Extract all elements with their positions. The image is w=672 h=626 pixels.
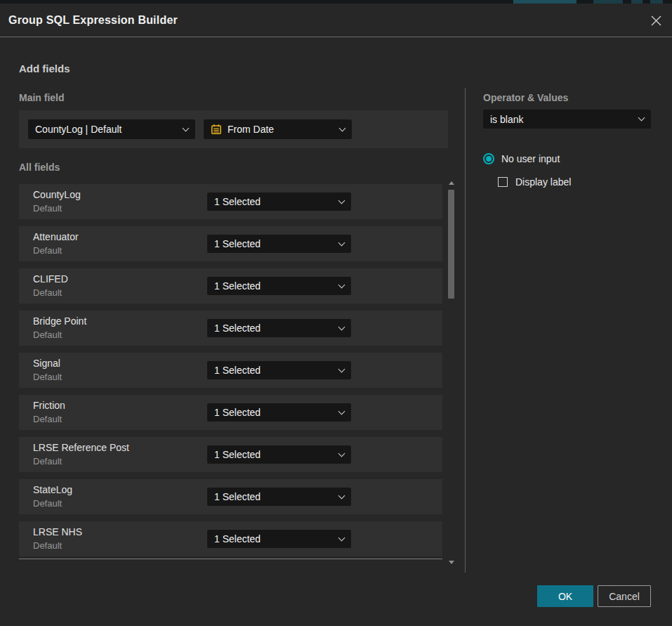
chevron-down-icon — [339, 124, 346, 131]
field-selection-value: 1 Selected — [214, 196, 334, 207]
field-name: StateLog — [33, 484, 72, 495]
field-name: LRSE NHS — [33, 526, 82, 537]
field-selection-dropdown[interactable]: 1 Selected — [207, 361, 351, 379]
field-selection-dropdown[interactable]: 1 Selected — [207, 319, 351, 337]
list-bottom-divider — [19, 559, 442, 559]
field-row: Signal Default 1 Selected — [19, 353, 442, 388]
radio-selected-icon — [483, 153, 494, 164]
field-row: CLIFED Default 1 Selected — [19, 268, 442, 304]
chevron-down-icon — [338, 534, 345, 541]
no-user-input-label: No user input — [501, 153, 560, 164]
close-button[interactable] — [648, 13, 664, 28]
chevron-down-icon — [183, 124, 190, 131]
field-row: Bridge Point Default 1 Selected — [19, 311, 442, 346]
ok-button[interactable]: OK — [537, 585, 593, 607]
field-selection-dropdown[interactable]: 1 Selected — [207, 193, 351, 211]
main-field-layer-dropdown[interactable]: CountyLog | Default — [28, 119, 195, 139]
checkbox-unchecked-icon — [498, 177, 508, 187]
display-label-label: Display label — [515, 176, 571, 188]
scrollbar-down-arrow-icon[interactable] — [449, 561, 454, 564]
chevron-down-icon — [638, 115, 645, 122]
field-subtitle: Default — [33, 287, 62, 298]
field-name: Friction — [33, 400, 65, 411]
field-selection-dropdown[interactable]: 1 Selected — [207, 403, 351, 422]
field-subtitle: Default — [33, 498, 62, 509]
field-name: Signal — [33, 358, 60, 369]
field-row: Attenuator Default 1 Selected — [19, 226, 442, 261]
field-selection-value: 1 Selected — [214, 365, 334, 376]
field-row: StateLog Default 1 Selected — [19, 479, 442, 514]
add-fields-heading: Add fields — [19, 63, 70, 74]
chevron-down-icon — [338, 407, 345, 415]
scrollbar-up-arrow-icon[interactable] — [449, 181, 454, 185]
main-field-panel: CountyLog | Default From Date — [19, 110, 448, 148]
field-subtitle: Default — [33, 414, 62, 424]
field-selection-value: 1 Selected — [214, 491, 334, 502]
field-selection-dropdown[interactable]: 1 Selected — [207, 488, 351, 506]
field-selection-value: 1 Selected — [214, 533, 334, 545]
main-field-label: Main field — [19, 92, 65, 103]
field-name: Bridge Point — [33, 315, 86, 327]
group-sql-expression-builder-dialog: Group SQL Expression Builder Add fields … — [0, 4, 672, 626]
chevron-down-icon — [338, 450, 345, 457]
field-subtitle: Default — [33, 203, 62, 214]
main-field-field-dropdown[interactable]: From Date — [204, 119, 352, 139]
cancel-button[interactable]: Cancel — [598, 585, 651, 607]
field-selection-dropdown[interactable]: 1 Selected — [207, 530, 351, 548]
scrollbar-thumb[interactable] — [448, 190, 454, 299]
field-selection-dropdown[interactable]: 1 Selected — [207, 235, 351, 253]
chevron-down-icon — [338, 281, 345, 288]
field-row: LRSE Reference Post Default 1 Selected — [19, 437, 442, 472]
field-selection-dropdown[interactable]: 1 Selected — [207, 445, 351, 464]
all-fields-list: CountyLog Default 1 Selected Attenuator … — [19, 184, 442, 563]
field-selection-value: 1 Selected — [214, 280, 334, 292]
display-label-checkbox[interactable]: Display label — [498, 176, 571, 188]
chevron-down-icon — [338, 492, 345, 499]
field-name: Attenuator — [33, 231, 79, 242]
close-icon — [650, 15, 662, 27]
field-subtitle: Default — [33, 245, 62, 256]
all-fields-label: All fields — [19, 162, 60, 173]
field-row: Friction Default 1 Selected — [19, 395, 442, 430]
fields-list-scrollbar[interactable] — [447, 181, 456, 564]
chevron-down-icon — [338, 239, 345, 246]
field-selection-value: 1 Selected — [214, 238, 334, 249]
field-subtitle: Default — [33, 330, 62, 340]
field-selection-value: 1 Selected — [214, 322, 334, 334]
field-subtitle: Default — [33, 372, 62, 382]
dialog-title-bar: Group SQL Expression Builder — [0, 4, 672, 37]
operator-values-label: Operator & Values — [483, 92, 568, 103]
main-field-field-dropdown-value: From Date — [228, 124, 334, 135]
chevron-down-icon — [338, 323, 345, 330]
column-divider — [465, 88, 466, 573]
chevron-down-icon — [338, 365, 345, 372]
field-selection-dropdown[interactable]: 1 Selected — [207, 277, 351, 295]
field-name: CLIFED — [33, 273, 68, 285]
field-subtitle: Default — [33, 540, 62, 551]
field-selection-value: 1 Selected — [214, 407, 334, 418]
dialog-title: Group SQL Expression Builder — [8, 14, 178, 27]
main-field-layer-dropdown-value: CountyLog | Default — [35, 124, 178, 135]
field-selection-value: 1 Selected — [214, 449, 334, 460]
chevron-down-icon — [338, 197, 345, 204]
calendar-date-icon — [211, 124, 222, 135]
field-name: CountyLog — [33, 189, 81, 200]
field-subtitle: Default — [33, 456, 62, 467]
field-row: CountyLog Default 1 Selected — [19, 184, 442, 219]
no-user-input-radio[interactable]: No user input — [483, 153, 560, 164]
field-row: LRSE NHS Default 1 Selected — [19, 521, 442, 556]
field-name: LRSE Reference Post — [33, 442, 129, 453]
operator-dropdown-value: is blank — [490, 114, 633, 125]
operator-dropdown[interactable]: is blank — [483, 110, 651, 129]
